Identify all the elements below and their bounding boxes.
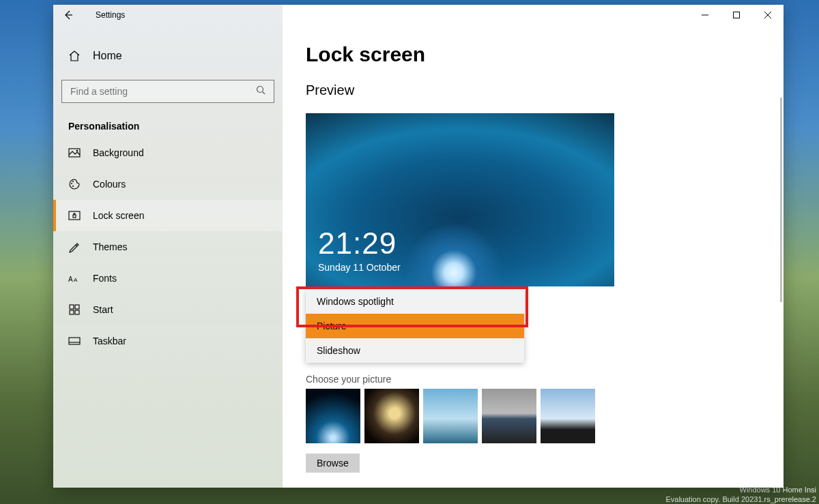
nav-item-lock-screen[interactable]: Lock screen [53,200,283,231]
desktop-watermark: Windows 10 Home Insi Evaluation copy. Bu… [665,485,816,504]
svg-point-10 [72,181,74,182]
nav-label: Taskbar [93,336,126,346]
search-box[interactable] [61,80,274,103]
svg-line-14 [76,245,77,246]
svg-point-5 [257,87,263,93]
svg-rect-13 [73,215,76,218]
page-title: Lock screen [306,43,760,66]
thumb-5[interactable] [541,389,595,443]
minimize-button[interactable] [689,5,721,25]
svg-point-8 [76,150,78,152]
nav-item-background[interactable]: Background [53,137,283,168]
category-header: Personalisation [53,103,283,137]
svg-rect-12 [69,211,80,220]
thumb-1[interactable] [306,389,360,443]
settings-window: Settings Home Personalisation Background [53,5,784,488]
dropdown-list: Windows spotlight Picture Slideshow [306,289,524,363]
svg-line-2 [764,12,771,18]
svg-rect-1 [734,12,740,18]
nav-home-label: Home [93,50,122,62]
nav-label: Colours [93,179,126,190]
nav-item-start[interactable]: Start [53,294,283,325]
titlebar: Settings [53,5,283,25]
thumb-4[interactable] [482,389,536,443]
close-button[interactable] [752,5,784,25]
nav-item-fonts[interactable]: AA Fonts [53,263,283,294]
svg-line-3 [764,12,771,18]
svg-rect-17 [70,305,74,309]
nav-label: Start [93,304,113,315]
dropdown-item-spotlight[interactable]: Windows spotlight [306,289,524,314]
picture-icon [68,147,81,159]
svg-text:A: A [74,277,78,283]
maximize-button[interactable] [721,5,752,25]
svg-point-9 [71,183,72,184]
search-input[interactable] [70,86,227,97]
thumb-2[interactable] [364,389,419,443]
sidebar: Settings Home Personalisation Background [53,5,283,488]
preview-clock-time: 21:29 [318,226,401,261]
fonts-icon: AA [68,272,81,284]
svg-rect-21 [69,338,80,344]
background-dropdown: Windows spotlight Picture Slideshow [306,289,524,363]
palette-icon [68,178,81,190]
window-title: Settings [96,10,125,20]
taskbar-icon [68,335,81,347]
dropdown-item-slideshow[interactable]: Slideshow [306,338,524,363]
svg-point-11 [72,186,74,187]
window-controls [689,5,784,25]
picture-thumbnails [306,389,595,443]
start-icon [68,303,81,316]
svg-rect-19 [70,310,74,314]
preview-heading: Preview [306,83,760,98]
search-icon [256,85,265,98]
browse-button[interactable]: Browse [306,454,360,473]
themes-icon [68,241,81,253]
svg-text:A: A [68,276,73,283]
nav-item-themes[interactable]: Themes [53,231,283,263]
svg-rect-20 [75,310,79,314]
nav-item-taskbar[interactable]: Taskbar [53,325,283,357]
thumb-3[interactable] [423,389,478,443]
lock-screen-preview: 21:29 Sunday 11 October [306,113,614,286]
preview-clock-date: Sunday 11 October [318,262,401,273]
home-icon [68,50,81,62]
watermark-line2: Evaluation copy. Build 20231.rs_prerelea… [665,494,816,504]
scrollbar[interactable] [780,98,782,302]
lock-screen-icon [68,209,81,222]
preview-overlay: 21:29 Sunday 11 October [306,226,401,286]
svg-line-6 [263,92,265,95]
nav-item-colours[interactable]: Colours [53,168,283,200]
choose-picture-label: Choose your picture [306,374,391,385]
nav-home[interactable]: Home [53,42,283,70]
back-button[interactable] [57,5,79,25]
nav-label: Fonts [93,273,117,284]
svg-rect-18 [75,305,79,309]
dropdown-item-picture[interactable]: Picture [306,314,524,338]
nav-label: Lock screen [93,210,144,221]
nav-label: Themes [93,241,128,252]
nav-label: Background [93,147,144,158]
